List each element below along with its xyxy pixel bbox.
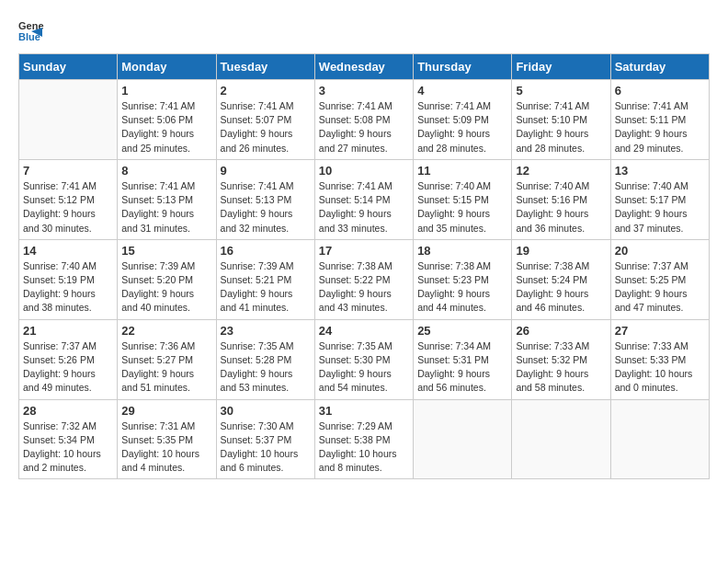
- day-cell: 22Sunrise: 7:36 AMSunset: 5:27 PMDayligh…: [118, 319, 216, 399]
- day-cell: 20Sunrise: 7:37 AMSunset: 5:25 PMDayligh…: [610, 239, 709, 319]
- day-cell: 13Sunrise: 7:40 AMSunset: 5:17 PMDayligh…: [610, 159, 709, 239]
- day-cell: 26Sunrise: 7:33 AMSunset: 5:32 PMDayligh…: [512, 319, 610, 399]
- day-cell: 17Sunrise: 7:38 AMSunset: 5:22 PMDayligh…: [314, 239, 413, 319]
- day-number: 29: [121, 404, 211, 418]
- day-info: Sunrise: 7:40 AMSunset: 5:17 PMDaylight:…: [615, 179, 705, 236]
- day-number: 13: [615, 164, 705, 178]
- day-info: Sunrise: 7:37 AMSunset: 5:26 PMDaylight:…: [23, 339, 113, 396]
- day-info: Sunrise: 7:41 AMSunset: 5:13 PMDaylight:…: [121, 179, 211, 236]
- day-cell: [610, 399, 709, 479]
- header-cell-monday: Monday: [118, 54, 216, 80]
- day-info: Sunrise: 7:37 AMSunset: 5:25 PMDaylight:…: [615, 259, 705, 316]
- day-cell: 2Sunrise: 7:41 AMSunset: 5:07 PMDaylight…: [216, 80, 314, 160]
- day-number: 23: [221, 324, 311, 338]
- week-row-1: 1Sunrise: 7:41 AMSunset: 5:06 PMDaylight…: [19, 80, 710, 160]
- day-number: 7: [23, 164, 113, 178]
- day-info: Sunrise: 7:34 AMSunset: 5:31 PMDaylight:…: [417, 339, 507, 396]
- day-cell: 16Sunrise: 7:39 AMSunset: 5:21 PMDayligh…: [216, 239, 314, 319]
- day-number: 6: [615, 84, 705, 98]
- day-info: Sunrise: 7:38 AMSunset: 5:24 PMDaylight:…: [516, 259, 606, 316]
- day-cell: 6Sunrise: 7:41 AMSunset: 5:11 PMDaylight…: [610, 80, 709, 160]
- day-info: Sunrise: 7:41 AMSunset: 5:13 PMDaylight:…: [221, 179, 311, 236]
- day-number: 5: [516, 84, 606, 98]
- day-cell: 24Sunrise: 7:35 AMSunset: 5:30 PMDayligh…: [314, 319, 413, 399]
- day-number: 31: [319, 404, 409, 418]
- logo: General Blue: [18, 18, 48, 44]
- day-number: 10: [319, 164, 409, 178]
- day-cell: [414, 399, 512, 479]
- day-cell: 25Sunrise: 7:34 AMSunset: 5:31 PMDayligh…: [414, 319, 512, 399]
- day-number: 19: [516, 244, 606, 258]
- day-info: Sunrise: 7:41 AMSunset: 5:14 PMDaylight:…: [319, 179, 409, 236]
- day-info: Sunrise: 7:35 AMSunset: 5:28 PMDaylight:…: [221, 339, 311, 396]
- day-cell: 15Sunrise: 7:39 AMSunset: 5:20 PMDayligh…: [118, 239, 216, 319]
- day-number: 27: [615, 324, 705, 338]
- day-number: 9: [221, 164, 311, 178]
- day-cell: 5Sunrise: 7:41 AMSunset: 5:10 PMDaylight…: [512, 80, 610, 160]
- day-cell: 14Sunrise: 7:40 AMSunset: 5:19 PMDayligh…: [19, 239, 118, 319]
- day-number: 1: [121, 84, 211, 98]
- day-info: Sunrise: 7:29 AMSunset: 5:38 PMDaylight:…: [319, 419, 409, 476]
- day-number: 14: [23, 244, 113, 258]
- day-number: 24: [319, 324, 409, 338]
- day-cell: 9Sunrise: 7:41 AMSunset: 5:13 PMDaylight…: [216, 159, 314, 239]
- day-cell: 23Sunrise: 7:35 AMSunset: 5:28 PMDayligh…: [216, 319, 314, 399]
- week-row-3: 14Sunrise: 7:40 AMSunset: 5:19 PMDayligh…: [19, 239, 710, 319]
- header-cell-wednesday: Wednesday: [314, 54, 413, 80]
- day-cell: 31Sunrise: 7:29 AMSunset: 5:38 PMDayligh…: [314, 399, 413, 479]
- day-info: Sunrise: 7:41 AMSunset: 5:08 PMDaylight:…: [319, 99, 409, 155]
- day-number: 28: [23, 404, 113, 418]
- day-info: Sunrise: 7:41 AMSunset: 5:07 PMDaylight:…: [221, 99, 311, 155]
- day-number: 11: [417, 164, 507, 178]
- day-info: Sunrise: 7:39 AMSunset: 5:21 PMDaylight:…: [221, 259, 311, 316]
- day-info: Sunrise: 7:41 AMSunset: 5:10 PMDaylight:…: [516, 99, 606, 155]
- day-cell: 3Sunrise: 7:41 AMSunset: 5:08 PMDaylight…: [314, 80, 413, 160]
- day-info: Sunrise: 7:32 AMSunset: 5:34 PMDaylight:…: [23, 419, 113, 476]
- day-cell: 30Sunrise: 7:30 AMSunset: 5:37 PMDayligh…: [216, 399, 314, 479]
- svg-text:Blue: Blue: [18, 31, 40, 42]
- header-row: SundayMondayTuesdayWednesdayThursdayFrid…: [19, 54, 710, 80]
- day-info: Sunrise: 7:41 AMSunset: 5:06 PMDaylight:…: [121, 99, 211, 155]
- header-cell-friday: Friday: [512, 54, 610, 80]
- week-row-2: 7Sunrise: 7:41 AMSunset: 5:12 PMDaylight…: [19, 159, 710, 239]
- day-number: 26: [516, 324, 606, 338]
- day-info: Sunrise: 7:30 AMSunset: 5:37 PMDaylight:…: [221, 419, 311, 476]
- day-info: Sunrise: 7:33 AMSunset: 5:32 PMDaylight:…: [516, 339, 606, 396]
- day-number: 22: [121, 324, 211, 338]
- day-info: Sunrise: 7:41 AMSunset: 5:11 PMDaylight:…: [615, 99, 705, 155]
- day-info: Sunrise: 7:35 AMSunset: 5:30 PMDaylight:…: [319, 339, 409, 396]
- day-info: Sunrise: 7:40 AMSunset: 5:15 PMDaylight:…: [417, 179, 507, 236]
- week-row-4: 21Sunrise: 7:37 AMSunset: 5:26 PMDayligh…: [19, 319, 710, 399]
- day-number: 15: [121, 244, 211, 258]
- day-number: 3: [319, 84, 409, 98]
- day-cell: 4Sunrise: 7:41 AMSunset: 5:09 PMDaylight…: [414, 80, 512, 160]
- day-number: 17: [319, 244, 409, 258]
- header-cell-saturday: Saturday: [610, 54, 709, 80]
- header-cell-sunday: Sunday: [19, 54, 118, 80]
- day-cell: 1Sunrise: 7:41 AMSunset: 5:06 PMDaylight…: [118, 80, 216, 160]
- day-info: Sunrise: 7:38 AMSunset: 5:23 PMDaylight:…: [417, 259, 507, 316]
- day-number: 20: [615, 244, 705, 258]
- day-cell: 27Sunrise: 7:33 AMSunset: 5:33 PMDayligh…: [610, 319, 709, 399]
- header-cell-tuesday: Tuesday: [216, 54, 314, 80]
- day-number: 8: [121, 164, 211, 178]
- day-number: 21: [23, 324, 113, 338]
- day-number: 12: [516, 164, 606, 178]
- week-row-5: 28Sunrise: 7:32 AMSunset: 5:34 PMDayligh…: [19, 399, 710, 479]
- day-cell: 18Sunrise: 7:38 AMSunset: 5:23 PMDayligh…: [414, 239, 512, 319]
- day-cell: 7Sunrise: 7:41 AMSunset: 5:12 PMDaylight…: [19, 159, 118, 239]
- day-cell: 29Sunrise: 7:31 AMSunset: 5:35 PMDayligh…: [118, 399, 216, 479]
- day-cell: 11Sunrise: 7:40 AMSunset: 5:15 PMDayligh…: [414, 159, 512, 239]
- day-info: Sunrise: 7:31 AMSunset: 5:35 PMDaylight:…: [121, 419, 211, 476]
- page-header: General Blue: [18, 18, 710, 44]
- logo-icon: General Blue: [18, 18, 44, 44]
- day-info: Sunrise: 7:41 AMSunset: 5:09 PMDaylight:…: [417, 99, 507, 155]
- day-number: 18: [417, 244, 507, 258]
- day-number: 25: [417, 324, 507, 338]
- day-cell: 28Sunrise: 7:32 AMSunset: 5:34 PMDayligh…: [19, 399, 118, 479]
- header-cell-thursday: Thursday: [414, 54, 512, 80]
- day-number: 30: [221, 404, 311, 418]
- day-cell: 21Sunrise: 7:37 AMSunset: 5:26 PMDayligh…: [19, 319, 118, 399]
- day-number: 16: [221, 244, 311, 258]
- day-info: Sunrise: 7:40 AMSunset: 5:19 PMDaylight:…: [23, 259, 113, 316]
